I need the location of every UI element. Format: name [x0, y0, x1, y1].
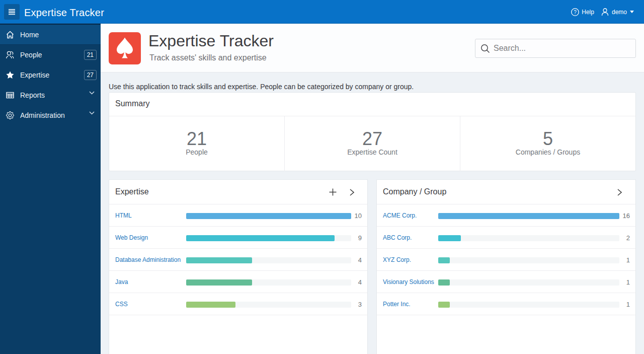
svg-text:?: ? — [574, 9, 577, 15]
